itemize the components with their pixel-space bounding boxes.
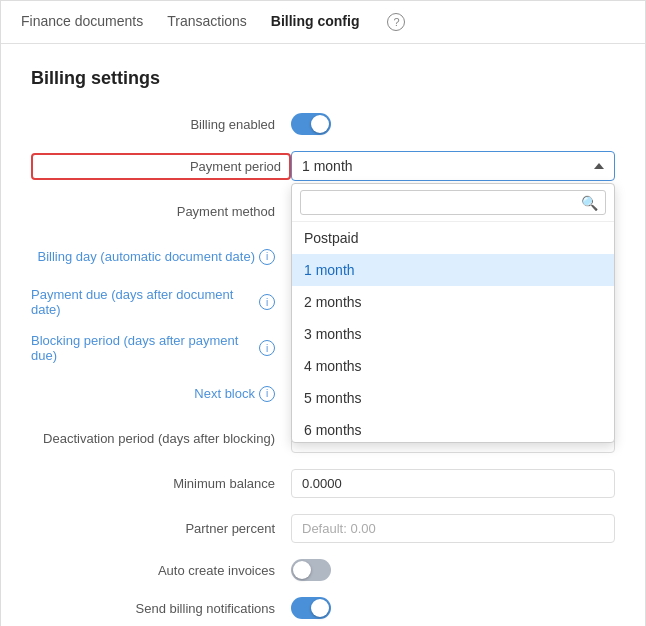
dropdown-search-input[interactable]	[300, 190, 606, 215]
payment-period-dropdown: 🔍 Postpaid 1 month 2 months	[291, 183, 615, 443]
help-icon[interactable]: ?	[387, 13, 405, 31]
next-block-info-icon[interactable]: i	[259, 386, 275, 402]
deactivation-period-label: Deactivation period (days after blocking…	[31, 431, 291, 446]
blocking-period-label: Blocking period (days after payment due)	[31, 333, 255, 363]
partner-percent-label: Partner percent	[31, 521, 291, 536]
payment-period-select-wrapper: 1 month 🔍 Postpaid	[291, 151, 615, 181]
dropdown-item-1month[interactable]: 1 month	[292, 254, 614, 286]
next-block-label-wrap: Next block i	[31, 386, 291, 402]
next-block-label: Next block	[194, 386, 255, 401]
dropdown-item-2months[interactable]: 2 months	[292, 286, 614, 318]
payment-period-label: Payment period	[31, 153, 291, 180]
payment-period-select[interactable]: 1 month	[291, 151, 615, 181]
billing-enabled-toggle-knob	[311, 115, 329, 133]
search-icon: 🔍	[581, 195, 598, 211]
billing-enabled-row: Billing enabled	[31, 113, 615, 135]
blocking-period-info-icon[interactable]: i	[259, 340, 275, 356]
section-title: Billing settings	[31, 68, 615, 89]
dropdown-item-postpaid[interactable]: Postpaid	[292, 222, 614, 254]
partner-percent-input[interactable]	[291, 514, 615, 543]
payment-due-label-wrap: Payment due (days after document date) i	[31, 287, 291, 317]
dropdown-item-4months[interactable]: 4 months	[292, 350, 614, 382]
partner-percent-control	[291, 514, 615, 543]
auto-create-invoices-control	[291, 559, 615, 581]
send-billing-notifications-toggle-knob	[311, 599, 329, 617]
dropdown-item-3months[interactable]: 3 months	[292, 318, 614, 350]
payment-period-control: 1 month 🔍 Postpaid	[291, 151, 615, 181]
dropdown-item-5months[interactable]: 5 months	[292, 382, 614, 414]
dropdown-search-wrap: 🔍	[300, 190, 606, 215]
auto-create-invoices-row: Auto create invoices	[31, 559, 615, 581]
billing-day-label: Billing day (automatic document date)	[37, 249, 255, 264]
payment-period-row: Payment period 1 month 🔍	[31, 151, 615, 181]
billing-day-info-icon[interactable]: i	[259, 249, 275, 265]
payment-method-label: Payment method	[31, 204, 291, 219]
auto-create-invoices-toggle[interactable]	[291, 559, 331, 581]
nav-billing-config[interactable]: Billing config	[271, 13, 360, 31]
send-billing-notifications-label: Send billing notifications	[31, 601, 291, 616]
blocking-period-label-wrap: Blocking period (days after payment due)…	[31, 333, 291, 363]
minimum-balance-row: Minimum balance	[31, 469, 615, 498]
dropdown-search-area: 🔍	[292, 184, 614, 222]
dropdown-item-6months[interactable]: 6 months	[292, 414, 614, 442]
billing-enabled-control	[291, 113, 615, 135]
auto-create-invoices-label: Auto create invoices	[31, 563, 291, 578]
minimum-balance-control	[291, 469, 615, 498]
top-nav: Finance documents Transactions Billing c…	[1, 1, 645, 44]
send-billing-notifications-control	[291, 597, 615, 619]
send-billing-notifications-row: Send billing notifications	[31, 597, 615, 619]
minimum-balance-input[interactable]	[291, 469, 615, 498]
chevron-up-icon	[594, 163, 604, 169]
billing-enabled-toggle[interactable]	[291, 113, 331, 135]
dropdown-list: Postpaid 1 month 2 months 3 months	[292, 222, 614, 442]
partner-percent-row: Partner percent	[31, 514, 615, 543]
send-billing-notifications-toggle[interactable]	[291, 597, 331, 619]
billing-day-label-wrap: Billing day (automatic document date) i	[31, 249, 291, 265]
auto-create-invoices-toggle-knob	[293, 561, 311, 579]
nav-transactions[interactable]: Transactions	[167, 13, 247, 31]
nav-finance-documents[interactable]: Finance documents	[21, 13, 143, 31]
billing-enabled-label: Billing enabled	[31, 117, 291, 132]
payment-due-label: Payment due (days after document date)	[31, 287, 255, 317]
main-content: Billing settings Billing enabled Payment…	[1, 44, 645, 626]
payment-period-value: 1 month	[302, 158, 353, 174]
payment-due-info-icon[interactable]: i	[259, 294, 275, 310]
minimum-balance-label: Minimum balance	[31, 476, 291, 491]
